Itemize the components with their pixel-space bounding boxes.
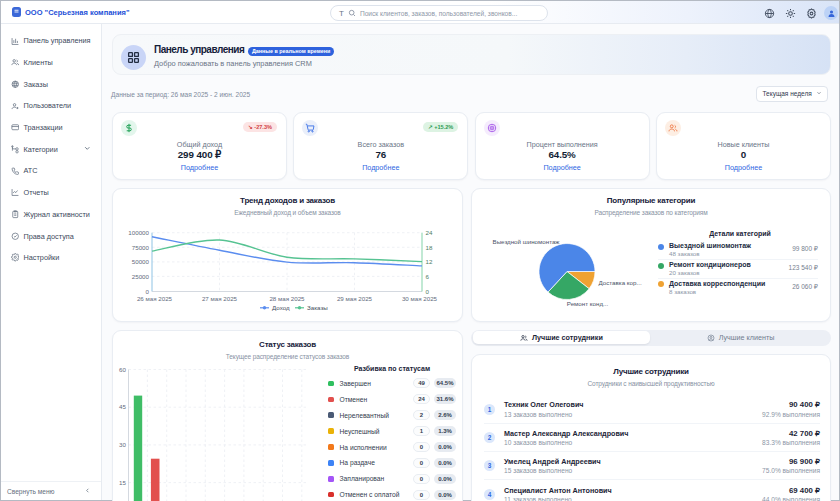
svg-text:28 мая 2025: 28 мая 2025 bbox=[269, 295, 305, 302]
svg-text:45: 45 bbox=[119, 403, 126, 410]
svg-text:18: 18 bbox=[426, 244, 433, 251]
svg-text:25000: 25000 bbox=[132, 273, 150, 280]
svg-text:6: 6 bbox=[426, 273, 430, 280]
svg-text:60: 60 bbox=[119, 365, 126, 372]
svg-text:100000: 100000 bbox=[128, 229, 149, 236]
svg-text:Доставка кор...: Доставка кор... bbox=[599, 279, 642, 286]
svg-text:Ремонт конд...: Ремонт конд... bbox=[567, 300, 609, 307]
svg-text:Доход: Доход bbox=[272, 304, 290, 311]
svg-text:27 мая 2025: 27 мая 2025 bbox=[202, 295, 238, 302]
svg-text:Выездной шиномонтаж: Выездной шиномонтаж bbox=[493, 238, 561, 245]
svg-text:26 мая 2025: 26 мая 2025 bbox=[137, 295, 173, 302]
svg-text:15: 15 bbox=[119, 478, 126, 485]
svg-text:50000: 50000 bbox=[132, 258, 150, 265]
svg-text:30: 30 bbox=[119, 441, 126, 448]
svg-text:Заказы: Заказы bbox=[307, 304, 328, 311]
svg-text:24: 24 bbox=[426, 229, 433, 236]
svg-text:30 мая 2025: 30 мая 2025 bbox=[402, 295, 438, 302]
svg-text:29 мая 2025: 29 мая 2025 bbox=[337, 295, 373, 302]
svg-text:12: 12 bbox=[426, 258, 433, 265]
svg-text:75000: 75000 bbox=[132, 244, 150, 251]
